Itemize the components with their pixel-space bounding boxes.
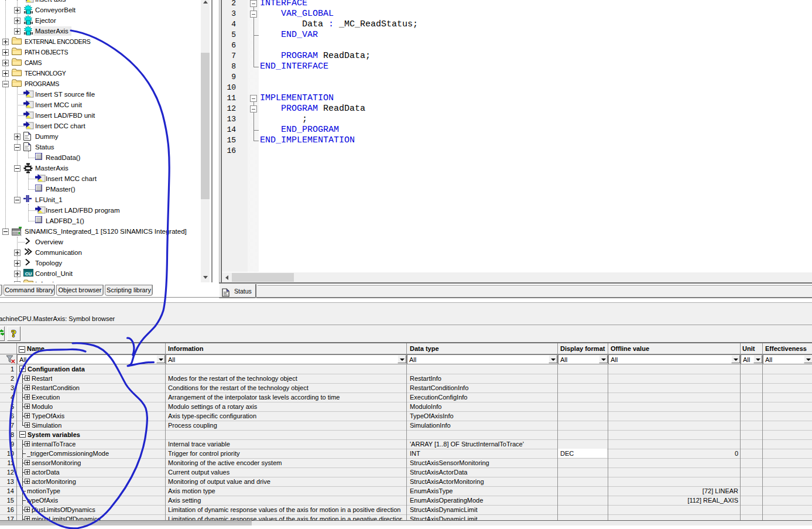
svg-text:?: ?: [11, 328, 16, 339]
svg-text:CU: CU: [25, 271, 32, 277]
